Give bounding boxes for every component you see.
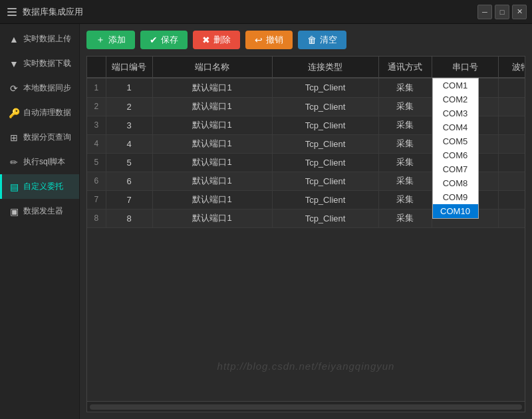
table-cell[interactable]: Tcp_Client (272, 97, 378, 116)
sidebar-item-page-query[interactable]: ⊞数据分页查询 (0, 125, 79, 150)
clear-button[interactable]: 🗑 清空 (298, 31, 346, 49)
table-cell[interactable]: 采集 (378, 172, 432, 190)
table-cell[interactable] (498, 209, 525, 227)
serial-dropdown[interactable]: COM1COM2COM3COM4COM5COM6COM7COM8COM9COM1… (432, 78, 479, 219)
table-cell[interactable]: 6 (106, 172, 152, 190)
dropdown-item-com8[interactable]: COM8 (433, 176, 478, 190)
app-title: 数据库集成应用 (23, 6, 83, 18)
table-cell: 8 (87, 209, 106, 227)
watermark: http://blog.csdn.net/feiyangqingyun (217, 360, 395, 372)
dropdown-item-com9[interactable]: COM9 (433, 190, 478, 204)
table-cell[interactable] (498, 116, 525, 134)
table-cell: 7 (87, 190, 106, 209)
col-header-conn-type: 连接类型 (272, 57, 378, 78)
table-cell[interactable]: 采集 (378, 78, 432, 97)
local-sync-icon: ⟳ (9, 83, 19, 94)
delete-label: 删除 (213, 34, 231, 46)
table-cell[interactable]: Tcp_Client (272, 78, 378, 97)
save-label: 保存 (161, 34, 178, 46)
table-cell[interactable] (498, 153, 525, 172)
delete-button[interactable]: ✖ 删除 (193, 31, 240, 49)
table-cell[interactable]: Tcp_Client (272, 190, 378, 209)
data-table-header: 端口编号 端口名称 连接类型 通讯方式 串口号 COM1COM2COM3COM4… (87, 57, 525, 78)
delete-icon: ✖ (202, 35, 210, 45)
col-header-baud: 波特率 (498, 57, 525, 78)
sidebar-item-custom-delegate[interactable]: ▤自定义委托 (0, 174, 79, 199)
table-cell[interactable]: Tcp_Client (272, 209, 378, 227)
table-cell[interactable]: 默认端口1 (152, 78, 272, 97)
col-header-port-name: 端口名称 (152, 57, 272, 78)
table-cell[interactable]: 5 (106, 153, 152, 172)
table-cell[interactable]: Tcp_Client (272, 116, 378, 134)
table-cell[interactable]: 采集 (378, 190, 432, 209)
dropdown-item-com3[interactable]: COM3 (433, 106, 478, 120)
bottom-scrollbar[interactable] (87, 401, 525, 412)
custom-delegate-icon: ▤ (9, 182, 19, 192)
table-cell[interactable]: 4 (106, 134, 152, 153)
sidebar-item-realtime-upload[interactable]: ▲实时数据上传 (0, 27, 79, 51)
table-cell[interactable]: Tcp_Client (272, 134, 378, 153)
table-cell[interactable]: 默认端口1 (152, 190, 272, 209)
table-cell[interactable]: 默认端口1 (152, 172, 272, 190)
clear-icon: 🗑 (307, 35, 317, 45)
table-cell[interactable]: 2 (106, 97, 152, 116)
table-cell[interactable] (498, 172, 525, 190)
dropdown-item-com4[interactable]: COM4 (433, 120, 478, 134)
table-cell[interactable] (498, 190, 525, 209)
sidebar-item-data-generator[interactable]: ▣数据发生器 (0, 199, 79, 223)
sidebar-item-realtime-download[interactable]: ▼实时数据下载 (0, 51, 79, 76)
table-cell: 3 (87, 116, 106, 134)
table-cell: 6 (87, 172, 106, 190)
sidebar-item-exec-sql[interactable]: ✏执行sql脚本 (0, 150, 79, 174)
svg-rect-2 (7, 15, 17, 16)
sidebar-item-auto-manage[interactable]: 🔑自动清理数据 (0, 100, 79, 125)
maximize-button[interactable]: □ (495, 5, 509, 19)
table-cell[interactable] (498, 78, 525, 97)
table-cell[interactable]: Tcp_Client (272, 172, 378, 190)
exec-sql-label: 执行sql脚本 (23, 156, 65, 168)
dropdown-item-com2[interactable]: COM2 (433, 92, 478, 106)
minimize-button[interactable]: ─ (477, 5, 492, 19)
col-header-index (87, 57, 106, 78)
svg-rect-1 (7, 11, 17, 13)
table-cell[interactable]: 采集 (378, 134, 432, 153)
table-cell[interactable]: 采集 (378, 97, 432, 116)
save-button[interactable]: ✔ 保存 (140, 31, 188, 49)
table-cell[interactable]: 默认端口1 (152, 153, 272, 172)
clear-label: 清空 (320, 34, 337, 46)
table-cell[interactable]: 1 (106, 78, 152, 97)
realtime-download-label: 实时数据下载 (23, 58, 71, 69)
data-generator-icon: ▣ (9, 206, 19, 217)
content-area: ＋ 添加 ✔ 保存 ✖ 删除 ↩ 撤销 🗑 清空 (80, 24, 532, 419)
dropdown-item-com1[interactable]: COM1 (433, 78, 478, 92)
dropdown-item-com10[interactable]: COM10 (433, 204, 478, 218)
table-cell[interactable]: 默认端口1 (152, 209, 272, 227)
custom-delegate-label: 自定义委托 (23, 181, 63, 192)
table-cell[interactable]: 采集 (378, 116, 432, 134)
dropdown-item-com6[interactable]: COM6 (433, 148, 478, 162)
table-cell[interactable]: Tcp_Client (272, 153, 378, 172)
realtime-download-icon: ▼ (9, 59, 19, 69)
table-cell[interactable]: 3 (106, 116, 152, 134)
close-button[interactable]: ✕ (512, 5, 527, 19)
cancel-button[interactable]: ↩ 撤销 (245, 31, 293, 49)
auto-manage-label: 自动清理数据 (23, 107, 71, 118)
table-container: 端口编号 端口名称 连接类型 通讯方式 串口号 COM1COM2COM3COM4… (86, 56, 525, 412)
table-cell[interactable]: 采集 (378, 209, 432, 227)
table-cell: 5 (87, 153, 106, 172)
add-button[interactable]: ＋ 添加 (86, 31, 135, 49)
horizontal-scrollbar-track[interactable] (90, 404, 522, 410)
dropdown-item-com5[interactable]: COM5 (433, 134, 478, 148)
table-cell[interactable]: 8 (106, 209, 152, 227)
table-cell[interactable]: 采集 (378, 153, 432, 172)
table-cell: 1 (87, 78, 106, 97)
table-cell[interactable]: 默认端口1 (152, 134, 272, 153)
table-cell[interactable] (498, 97, 525, 116)
table-cell[interactable] (498, 134, 525, 153)
exec-sql-icon: ✏ (9, 157, 19, 168)
table-cell[interactable]: 默认端口1 (152, 97, 272, 116)
dropdown-item-com7[interactable]: COM7 (433, 162, 478, 176)
sidebar-item-local-sync[interactable]: ⟳本地数据同步 (0, 76, 79, 100)
table-cell[interactable]: 7 (106, 190, 152, 209)
table-cell[interactable]: 默认端口1 (152, 116, 272, 134)
